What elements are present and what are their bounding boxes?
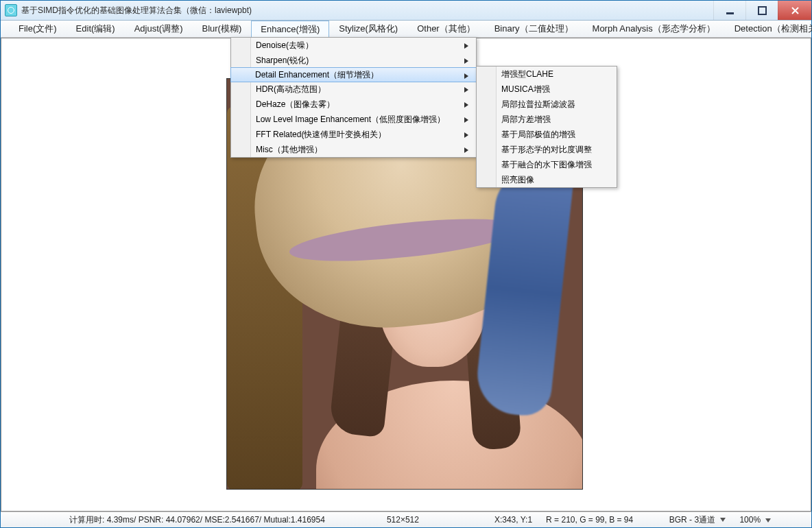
submenu-arrow-icon xyxy=(464,72,469,82)
submenu-arrow-icon xyxy=(464,131,469,141)
status-compute: 计算用时: 4.39ms/ PSNR: 44.07962/ MSE:2.5416… xyxy=(62,514,332,526)
status-mode[interactable]: BGR - 3通道 xyxy=(662,514,733,526)
status-pixel: R = 210, G = 99, B = 94 xyxy=(539,515,640,525)
chevron-down-icon xyxy=(765,515,771,525)
svg-rect-0 xyxy=(726,12,734,14)
menu-morph[interactable]: Morph Analysis（形态学分析） xyxy=(583,21,725,37)
dd-detail[interactable]: Detail Enhancement（细节增强） xyxy=(230,67,477,82)
dd-denoise[interactable]: Denoise(去噪） xyxy=(231,38,476,53)
menu-item-label: 局部拉普拉斯滤波器 xyxy=(501,99,575,110)
menu-item-label: Detail Enhancement（细节增强） xyxy=(255,69,379,81)
sm-musica[interactable]: MUSICA增强 xyxy=(477,82,617,97)
menu-stylize[interactable]: Stylize(风格化) xyxy=(329,21,407,37)
menu-item-label: 局部方差增强 xyxy=(501,114,551,125)
resize-grip[interactable] xyxy=(800,512,811,527)
status-dimensions: 512×512 xyxy=(380,515,426,525)
titlebar: 基于SIMD指令优化的基础图像处理算法合集（微信：laviewpbt) xyxy=(1,1,811,21)
sm-extrema[interactable]: 基于局部极值的增强 xyxy=(477,127,617,142)
submenu-arrow-icon xyxy=(464,86,469,95)
menu-item-label: Low Level Image Enhancement（低照度图像增强） xyxy=(256,114,445,125)
status-cursor: X:343, Y:1 xyxy=(488,515,539,525)
dd-fft[interactable]: FFT Related(快速傅里叶变换相关） xyxy=(231,127,476,142)
statusbar: 计算用时: 4.39ms/ PSNR: 44.07962/ MSE:2.5416… xyxy=(1,512,811,527)
menu-item-label: 基于形态学的对比度调整 xyxy=(501,144,592,156)
menu-item-label: MUSICA增强 xyxy=(501,84,550,95)
menu-enhance[interactable]: Enhance(增强) xyxy=(251,21,329,38)
sm-variance[interactable]: 局部方差增强 xyxy=(477,112,617,127)
chevron-down-icon xyxy=(720,515,726,525)
submenu-arrow-icon xyxy=(464,146,469,156)
menu-item-label: 增强型CLAHE xyxy=(501,69,553,80)
sm-illuminate[interactable]: 照亮图像 xyxy=(477,172,617,187)
menu-item-label: Sharpen(锐化) xyxy=(256,55,309,67)
menu-blur[interactable]: Blur(模糊) xyxy=(192,21,251,37)
menu-file[interactable]: File(文件) xyxy=(9,21,67,37)
submenu-arrow-icon xyxy=(464,116,469,125)
menu-binary[interactable]: Binary（二值处理） xyxy=(485,21,583,37)
menu-edit[interactable]: Edit(编辑) xyxy=(67,21,125,37)
menu-item-label: 照亮图像 xyxy=(501,174,534,186)
dd-lowlight[interactable]: Low Level Image Enhancement（低照度图像增强） xyxy=(231,112,476,127)
dd-sharpen[interactable]: Sharpen(锐化) xyxy=(231,53,476,68)
menu-item-label: Denoise(去噪） xyxy=(256,40,313,51)
menu-item-label: FFT Related(快速傅里叶变换相关） xyxy=(256,129,386,141)
menu-adjust[interactable]: Adjust(调整) xyxy=(125,21,193,37)
menu-item-label: Misc（其他增强） xyxy=(256,144,322,156)
enhance-dropdown: Denoise(去噪）Sharpen(锐化)Detail Enhancement… xyxy=(230,37,477,158)
dd-dehaze[interactable]: DeHaze（图像去雾） xyxy=(231,97,476,112)
menu-item-label: HDR(高动态范围） xyxy=(256,84,326,95)
window-title: 基于SIMD指令优化的基础图像处理算法合集（微信：laviewpbt) xyxy=(21,5,713,16)
sm-laplacian[interactable]: 局部拉普拉斯滤波器 xyxy=(477,97,617,112)
submenu-arrow-icon xyxy=(464,57,469,67)
app-window: 基于SIMD指令优化的基础图像处理算法合集（微信：laviewpbt) File… xyxy=(0,0,812,528)
dd-hdr[interactable]: HDR(高动态范围） xyxy=(231,82,476,97)
minimize-icon xyxy=(726,6,735,15)
close-icon xyxy=(791,6,800,15)
detail-enhancement-submenu: 增强型CLAHEMUSICA增强局部拉普拉斯滤波器局部方差增强基于局部极值的增强… xyxy=(476,66,617,188)
maximize-icon xyxy=(758,6,767,15)
sm-underwater[interactable]: 基于融合的水下图像增强 xyxy=(477,157,617,172)
menu-item-label: 基于局部极值的增强 xyxy=(501,129,575,141)
submenu-arrow-icon xyxy=(464,101,469,110)
window-buttons xyxy=(713,1,811,20)
status-zoom[interactable]: 100% xyxy=(732,515,778,525)
menu-other[interactable]: Other（其他） xyxy=(407,21,485,37)
dd-misc[interactable]: Misc（其他增强） xyxy=(231,142,476,157)
sm-clahe[interactable]: 增强型CLAHE xyxy=(477,67,617,82)
submenu-arrow-icon xyxy=(464,42,469,51)
maximize-button[interactable] xyxy=(745,1,778,20)
sm-morph-contrast[interactable]: 基于形态学的对比度调整 xyxy=(477,142,617,157)
close-button[interactable] xyxy=(778,1,811,20)
menu-detection[interactable]: Detection（检测相关） xyxy=(725,21,812,37)
menubar: File(文件)Edit(编辑)Adjust(调整)Blur(模糊)Enhanc… xyxy=(1,21,811,38)
menu-item-label: DeHaze（图像去雾） xyxy=(256,99,335,110)
menu-item-label: 基于融合的水下图像增强 xyxy=(501,159,592,171)
minimize-button[interactable] xyxy=(713,1,745,20)
app-icon xyxy=(5,4,17,16)
svg-rect-1 xyxy=(759,7,766,14)
